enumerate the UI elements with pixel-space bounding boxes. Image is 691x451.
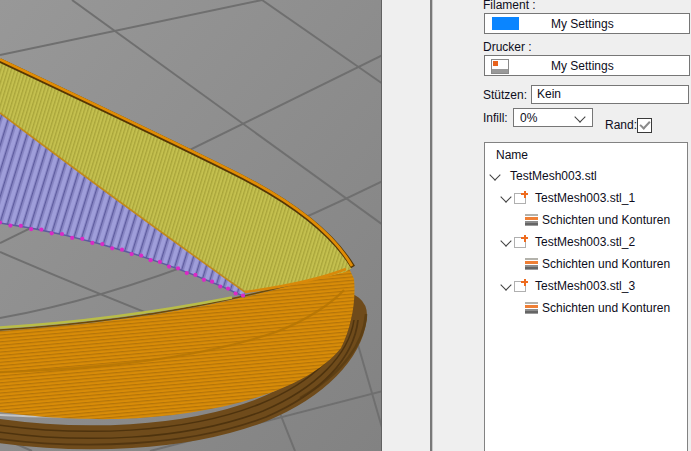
printer-icon (491, 59, 509, 74)
tree-item-label: Schichten und Konturen (542, 257, 670, 271)
checkmark-icon (639, 118, 650, 129)
infill-value: 0% (520, 111, 537, 125)
model-tree-panel: Name TestMesh003.stl TestMesh003.stl_1 S… (484, 142, 688, 451)
chevron-down-icon[interactable] (500, 191, 511, 202)
layers-icon (525, 302, 538, 314)
filament-value: My Settings (551, 17, 614, 31)
tree-item-label: TestMesh003.stl_2 (535, 235, 635, 249)
chevron-down-icon[interactable] (489, 169, 500, 180)
infill-dropdown[interactable]: 0% (513, 108, 593, 127)
rand-label: Rand: (605, 119, 637, 132)
tree-row[interactable]: TestMesh003.stl (485, 165, 687, 187)
tree-row[interactable]: TestMesh003.stl_1 (485, 187, 687, 209)
sliced-model-view (0, 0, 381, 451)
tree-item-label: Schichten und Konturen (542, 213, 670, 227)
tree-row[interactable]: Schichten und Konturen (485, 297, 687, 319)
layers-icon (525, 258, 538, 270)
drucker-combobox[interactable]: My Settings (484, 55, 690, 76)
chevron-down-icon (574, 111, 585, 122)
tree-row[interactable]: Schichten und Konturen (485, 209, 687, 231)
stuetzen-input[interactable]: Kein (531, 85, 689, 104)
tree-item-label: TestMesh003.stl (510, 169, 597, 183)
mesh-part-icon (514, 235, 528, 248)
chevron-down-icon[interactable] (500, 279, 511, 290)
tree-row[interactable]: TestMesh003.stl_2 (485, 231, 687, 253)
layers-icon (525, 214, 538, 226)
tree-item-label: TestMesh003.stl_1 (535, 191, 635, 205)
viewport-3d[interactable] (0, 0, 382, 451)
drucker-label: Drucker : (483, 41, 532, 54)
drucker-value: My Settings (551, 59, 614, 73)
filament-color-swatch (492, 17, 519, 30)
panel-splitter[interactable] (430, 0, 433, 451)
mesh-part-icon (514, 279, 528, 292)
tree-row[interactable]: TestMesh003.stl_3 (485, 275, 687, 297)
chevron-down-icon[interactable] (500, 235, 511, 246)
rand-checkbox[interactable] (637, 118, 652, 133)
tree-row[interactable]: Schichten und Konturen (485, 253, 687, 275)
stuetzen-label: Stützen: (483, 89, 527, 102)
filament-label: Filament : (483, 0, 536, 12)
infill-label: Infill: (483, 112, 508, 125)
tree-column-header-name: Name (496, 148, 528, 162)
mesh-part-icon (514, 191, 528, 204)
tree-item-label: TestMesh003.stl_3 (535, 279, 635, 293)
tree-item-label: Schichten und Konturen (542, 301, 670, 315)
filament-combobox[interactable]: My Settings (484, 13, 690, 34)
